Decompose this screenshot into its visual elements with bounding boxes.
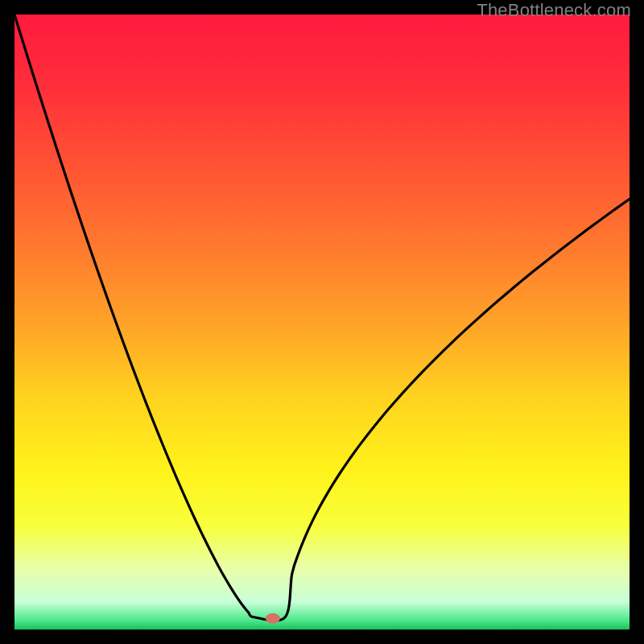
chart-svg	[14, 14, 630, 630]
watermark-text: TheBottleneck.com	[477, 0, 631, 21]
optimum-marker	[266, 613, 280, 624]
gradient-background	[14, 14, 630, 630]
chart-frame	[14, 14, 630, 630]
